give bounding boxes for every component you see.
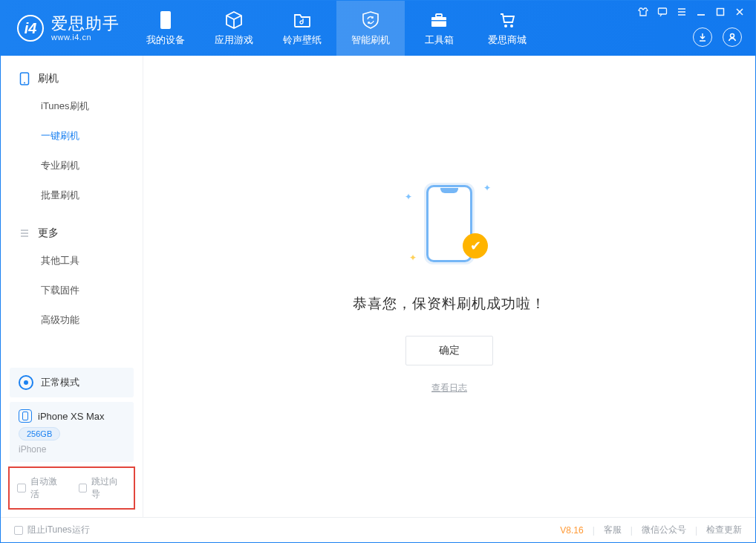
device-icon <box>19 73 30 85</box>
nav-toolbox[interactable]: 工具箱 <box>405 1 473 56</box>
cube-icon <box>224 10 244 30</box>
skin-icon[interactable] <box>636 5 650 19</box>
device-name: iPhone XS Max <box>38 411 105 422</box>
svg-point-5 <box>510 25 513 27</box>
status-right: V8.16 | 客服 | 微信公众号 | 检查更新 <box>560 524 742 536</box>
device-type: iPhone <box>19 444 125 455</box>
app-subtitle: www.i4.cn <box>51 33 120 42</box>
status-bar: 阻止iTunes运行 V8.16 | 客服 | 微信公众号 | 检查更新 <box>1 517 755 542</box>
sidebar-group-flash: 刷机 iTunes刷机 一键刷机 专业刷机 批量刷机 <box>1 56 143 210</box>
sidebar-head-flash: 刷机 <box>1 72 143 91</box>
svg-rect-11 <box>23 412 28 420</box>
flash-result: ✦ ✦ ✦ ✔ 恭喜您，保资料刷机成功啦！ 确定 查看日志 <box>353 178 546 394</box>
app-header: i4 爱思助手 www.i4.cn 我的设备 应用游戏 铃声壁纸 智能刷机 工具… <box>1 1 755 56</box>
sparkle-icon: ✦ <box>405 192 412 202</box>
success-message: 恭喜您，保资料刷机成功啦！ <box>353 294 546 313</box>
sidebar-item-download-firmware[interactable]: 下载固件 <box>1 276 143 305</box>
svg-point-10 <box>24 82 25 84</box>
window-controls <box>636 5 746 19</box>
svg-rect-6 <box>659 8 667 14</box>
sparkle-icon: ✦ <box>409 253 417 263</box>
main-panel: ✦ ✦ ✦ ✔ 恭喜您，保资料刷机成功啦！ 确定 查看日志 <box>143 56 755 517</box>
mode-label: 正常模式 <box>41 376 79 389</box>
top-nav: 我的设备 应用游戏 铃声壁纸 智能刷机 工具箱 爱思商城 <box>131 1 541 56</box>
cart-icon <box>498 10 517 30</box>
nav-store[interactable]: 爱思商城 <box>473 1 541 56</box>
svg-point-4 <box>504 25 507 27</box>
svg-rect-0 <box>160 11 171 29</box>
nav-label: 工具箱 <box>425 33 454 47</box>
list-icon <box>19 227 30 239</box>
phone-small-icon <box>19 409 32 423</box>
music-folder-icon <box>293 10 311 30</box>
nav-label: 应用游戏 <box>215 33 253 47</box>
sidebar-head-label: 更多 <box>38 227 59 240</box>
success-check-icon: ✔ <box>463 233 488 259</box>
sidebar: 刷机 iTunes刷机 一键刷机 专业刷机 批量刷机 更多 其他工具 下载固件 … <box>1 56 143 517</box>
logo-text: 爱思助手 www.i4.cn <box>51 14 120 42</box>
nav-label: 爱思商城 <box>488 33 527 47</box>
sidebar-item-pro-flash[interactable]: 专业刷机 <box>1 151 143 181</box>
link-support[interactable]: 客服 <box>604 524 622 536</box>
sidebar-item-itunes-flash[interactable]: iTunes刷机 <box>1 91 143 121</box>
download-button[interactable] <box>693 27 712 47</box>
svg-point-8 <box>731 34 734 38</box>
svg-rect-1 <box>431 17 446 27</box>
app-body: 刷机 iTunes刷机 一键刷机 专业刷机 批量刷机 更多 其他工具 下载固件 … <box>1 56 755 517</box>
sidebar-item-other-tools[interactable]: 其他工具 <box>1 246 143 276</box>
account-button[interactable] <box>723 27 742 47</box>
phone-icon <box>158 10 173 30</box>
ok-button[interactable]: 确定 <box>405 336 493 365</box>
device-mode-box[interactable]: 正常模式 <box>10 368 134 397</box>
version-label: V8.16 <box>560 525 583 536</box>
sidebar-item-batch-flash[interactable]: 批量刷机 <box>1 181 143 210</box>
link-wechat[interactable]: 微信公众号 <box>642 524 686 536</box>
svg-rect-2 <box>436 14 442 17</box>
feedback-icon[interactable] <box>656 5 669 19</box>
checkbox-block-itunes[interactable]: 阻止iTunes运行 <box>14 524 90 536</box>
link-check-update[interactable]: 检查更新 <box>706 524 742 536</box>
sidebar-group-more: 更多 其他工具 下载固件 高级功能 <box>1 210 143 335</box>
svg-rect-7 <box>717 9 724 16</box>
sidebar-item-oneclick-flash[interactable]: 一键刷机 <box>1 121 143 151</box>
sidebar-head-more: 更多 <box>1 227 143 246</box>
checkbox-skip-guide[interactable]: 跳过向导 <box>79 475 127 501</box>
sparkle-icon: ✦ <box>483 183 491 193</box>
sidebar-bottom: 正常模式 iPhone XS Max 256GB iPhone 自动激活 跳过向… <box>1 363 143 517</box>
svg-rect-3 <box>431 20 446 22</box>
checkbox-auto-activate[interactable]: 自动激活 <box>17 475 65 501</box>
view-log-link[interactable]: 查看日志 <box>431 382 467 394</box>
mode-icon <box>19 375 33 390</box>
nav-ringtones[interactable]: 铃声壁纸 <box>268 1 336 56</box>
nav-label: 铃声壁纸 <box>283 33 322 47</box>
refresh-shield-icon <box>361 10 380 30</box>
device-storage: 256GB <box>19 427 60 440</box>
app-title: 爱思助手 <box>51 14 120 33</box>
nav-apps[interactable]: 应用游戏 <box>200 1 268 56</box>
maximize-button[interactable] <box>714 5 727 19</box>
close-button[interactable] <box>733 5 746 19</box>
success-illustration: ✦ ✦ ✦ ✔ <box>405 178 494 267</box>
device-info-box[interactable]: iPhone XS Max 256GB iPhone <box>10 402 134 462</box>
toolbox-icon <box>429 10 449 30</box>
menu-icon[interactable] <box>675 5 688 19</box>
nav-flash[interactable]: 智能刷机 <box>336 1 405 56</box>
nav-my-device[interactable]: 我的设备 <box>131 1 200 56</box>
logo-icon: i4 <box>17 15 44 42</box>
nav-label: 智能刷机 <box>351 33 390 47</box>
sidebar-head-label: 刷机 <box>38 72 59 85</box>
highlighted-options: 自动激活 跳过向导 <box>8 466 135 510</box>
nav-label: 我的设备 <box>146 33 185 47</box>
sidebar-item-advanced[interactable]: 高级功能 <box>1 305 143 335</box>
header-actions <box>693 27 742 47</box>
app-logo: i4 爱思助手 www.i4.cn <box>1 1 131 56</box>
minimize-button[interactable] <box>694 5 708 19</box>
